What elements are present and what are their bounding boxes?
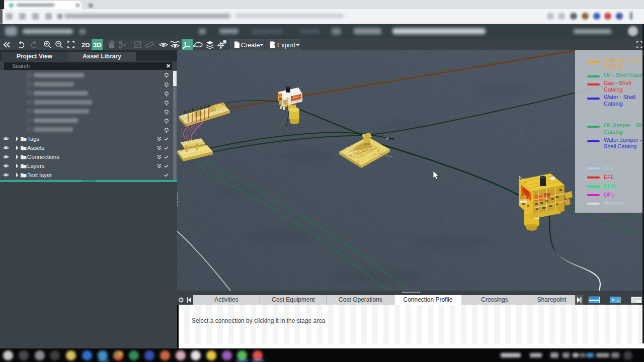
- svg-text:Assets: Assets: [27, 145, 45, 151]
- svg-text:Layers: Layers: [27, 163, 45, 169]
- svg-text:Export: Export: [277, 42, 296, 49]
- svg-text:Text layer: Text layer: [27, 172, 52, 178]
- svg-text:3D: 3D: [93, 41, 102, 49]
- svg-text:2D: 2D: [82, 41, 90, 49]
- svg-text:Connections: Connections: [27, 154, 59, 160]
- svg-text:Create: Create: [241, 42, 260, 49]
- svg-text:Tags: Tags: [27, 136, 40, 142]
